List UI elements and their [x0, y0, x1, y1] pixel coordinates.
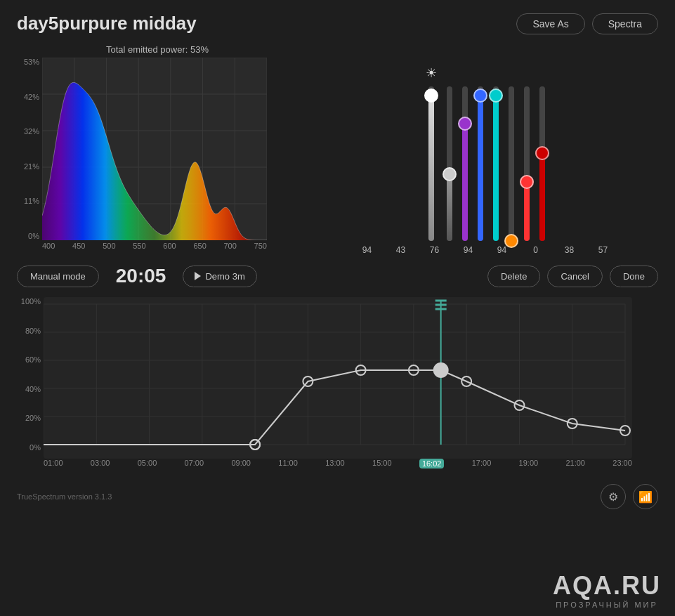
slider-thumb-red1[interactable] — [520, 175, 534, 189]
spectrum-title: Total emitted power: 53% — [17, 44, 298, 55]
slider-value-cool_white: 43 — [389, 245, 413, 255]
slider-col-blue — [478, 65, 483, 241]
spectrum-x-axis: 400 450 500 550 600 650 700 750 — [42, 242, 267, 250]
delete-button[interactable]: Delete — [487, 266, 541, 287]
cancel-button[interactable]: Cancel — [547, 266, 602, 287]
timeline-svg[interactable] — [44, 297, 632, 459]
spectra-button[interactable]: Spectra — [592, 13, 658, 34]
settings-button[interactable]: ⚙ — [601, 484, 626, 509]
spectrum-y-axis: 53% 42% 32% 21% 11% 0% — [17, 58, 42, 240]
timeline-y-axis: 100% 80% 60% 40% 20% 0% — [17, 297, 44, 452]
header: day5purpure midday Save As Spectra — [0, 0, 675, 41]
footer: TrueSpectrum version 3.1.3 ⚙ 📶 — [0, 480, 675, 515]
save-as-button[interactable]: Save As — [516, 13, 584, 34]
slider-thumb-cool_white[interactable] — [443, 167, 457, 181]
footer-buttons: ⚙ 📶 — [601, 484, 658, 509]
controls-row: Manual mode 20:05 Demo 3m Delete Cancel … — [0, 255, 675, 297]
controls-right: Delete Cancel Done — [487, 266, 658, 287]
demo-button[interactable]: Demo 3m — [183, 266, 256, 287]
slider-thumb-red2[interactable] — [535, 146, 549, 160]
slider-value-blue: 94 — [457, 245, 480, 255]
timeline-section: 100% 80% 60% 40% 20% 0% 01:00 03:00 05:0… — [0, 297, 675, 480]
timeline-active-time: 16:02 — [419, 459, 445, 468]
slider-thumb-blue[interactable] — [473, 89, 487, 103]
header-buttons: Save As Spectra — [516, 13, 658, 34]
slider-value-violet: 76 — [423, 245, 447, 255]
slider-track-cool_white[interactable] — [447, 86, 452, 241]
slider-col-orange — [509, 65, 514, 241]
spectrum-canvas — [42, 58, 267, 240]
app-title: day5purpure midday — [17, 13, 197, 34]
svg-rect-0 — [44, 297, 632, 459]
title-area: day5purpure midday — [17, 13, 197, 34]
chart-icon: 📶 — [638, 490, 653, 504]
slider-value-white: 94 — [355, 245, 379, 255]
sliders-section: ☀ 944376949403857 — [312, 44, 658, 255]
spectrum-section: Total emitted power: 53% 53% 42% 32% 21%… — [17, 44, 298, 255]
manual-mode-button[interactable]: Manual mode — [17, 266, 99, 287]
slider-col-white: ☀ — [426, 65, 437, 241]
slider-values-row: 944376949403857 — [355, 245, 615, 255]
main-content: Total emitted power: 53% 53% 42% 32% 21%… — [0, 44, 675, 255]
slider-track-blue[interactable] — [478, 86, 483, 241]
aqa-sub: ПРОЗРАЧНЫЙ МИР — [553, 601, 661, 609]
sun-icon: ☀ — [426, 65, 437, 81]
done-button[interactable]: Done — [610, 266, 658, 287]
demo-label: Demo 3m — [205, 271, 244, 282]
slider-track-cyan[interactable] — [493, 86, 499, 241]
slider-track-orange[interactable] — [509, 86, 514, 241]
slider-thumb-violet[interactable] — [458, 117, 472, 131]
sliders-container: ☀ — [426, 44, 545, 241]
slider-col-red2 — [539, 65, 545, 241]
slider-track-white[interactable] — [428, 86, 434, 241]
slider-track-violet[interactable] — [462, 86, 468, 241]
slider-value-red1: 38 — [558, 245, 582, 255]
slider-col-red1 — [524, 65, 530, 241]
play-icon — [195, 272, 201, 280]
slider-value-red2: 57 — [591, 245, 615, 255]
timeline-x-axis: 01:00 03:00 05:00 07:00 09:00 11:00 13:0… — [44, 459, 632, 468]
aqa-logo: AQA.RU ПРОЗРАЧНЫЙ МИР — [553, 571, 661, 609]
chart-button[interactable]: 📶 — [633, 484, 658, 509]
slider-thumb-orange[interactable] — [504, 234, 518, 248]
timeline-canvas-wrap: 100% 80% 60% 40% 20% 0% 01:00 03:00 05:0… — [17, 297, 635, 480]
gear-icon: ⚙ — [608, 490, 618, 504]
slider-value-orange: 0 — [524, 245, 548, 255]
slider-thumb-white[interactable] — [424, 89, 438, 103]
timeline-point[interactable] — [434, 363, 448, 377]
version-text: TrueSpectrum version 3.1.3 — [17, 492, 112, 501]
slider-thumb-cyan[interactable] — [489, 89, 503, 103]
aqa-text: AQA.RU — [553, 571, 661, 601]
slider-col-cool_white — [447, 65, 452, 241]
slider-track-red1[interactable] — [524, 86, 530, 241]
time-display: 20:05 — [116, 265, 166, 287]
spectrum-chart: 53% 42% 32% 21% 11% 0% 400 450 500 550 6… — [17, 58, 284, 254]
slider-col-cyan — [493, 65, 499, 241]
slider-track-red2[interactable] — [539, 86, 545, 241]
slider-col-violet — [462, 65, 468, 241]
